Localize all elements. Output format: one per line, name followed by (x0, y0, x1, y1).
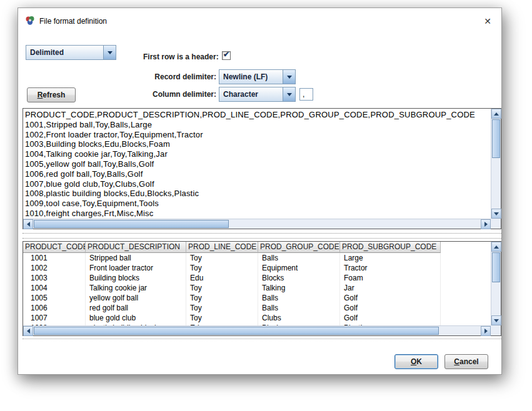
table-cell: 1006 (23, 303, 86, 313)
table-cell: Balls (258, 253, 340, 263)
raw-line: 1004,Talking cookie jar,Toy,Talking,Jar (25, 149, 491, 159)
table-vscroll-thumb[interactable] (492, 252, 500, 282)
scroll-down-icon[interactable] (491, 209, 501, 219)
chevron-down-icon[interactable] (103, 46, 116, 59)
table-row[interactable]: 1001Stripped ballToyBallsLarge (23, 253, 491, 263)
table-cell: Balls (258, 293, 340, 303)
column-header[interactable]: PROD_GROUP_CODE (258, 242, 340, 253)
column-delimiter-combo[interactable]: Character (219, 87, 296, 102)
ok-button-label: OK (411, 357, 422, 366)
ok-button[interactable]: OK (394, 354, 438, 369)
table-row[interactable]: 1002Front loader tractorToyEquipmentTrac… (23, 263, 491, 273)
table-cell: Toy (186, 303, 258, 313)
window-title: File format definition (39, 17, 107, 26)
split-divider[interactable] (23, 233, 501, 239)
table-cell: Toy (186, 253, 258, 263)
table-cell: Large (340, 253, 441, 263)
dialog-content: Delimited First row is a header: ✔ Recor… (18, 33, 501, 374)
raw-horizontal-scrollbar[interactable] (23, 219, 491, 229)
table-cell: 1001 (23, 253, 86, 263)
table-cell: 1007 (23, 313, 86, 323)
raw-preview-panel: PRODUCT_CODE,PRODUCT_DESCRIPTION,PROD_LI… (23, 108, 501, 229)
table-cell: yellow golf ball (86, 293, 186, 303)
table-cell: Toy (186, 283, 258, 293)
table-cell: Talking cookie jar (86, 283, 186, 293)
scroll-right-icon[interactable] (481, 326, 491, 336)
table-cell: Stripped ball (86, 253, 186, 263)
table-cell: 1005 (23, 293, 86, 303)
first-row-header-label: First row is a header: (143, 52, 219, 62)
table-header-row: PRODUCT_CODEPRODUCT_DESCRIPTIONPROD_LINE… (23, 242, 491, 253)
table-cell: Equipment (258, 263, 340, 273)
close-icon[interactable]: ✕ (481, 15, 494, 27)
column-header[interactable]: PROD_LINE_CODE (186, 242, 258, 253)
table-row[interactable]: 1006red golf ballToyBallsGolf (23, 303, 491, 313)
cancel-button-label: Cancel (454, 357, 478, 366)
table-cell: Golf (340, 313, 441, 323)
raw-vertical-scrollbar[interactable] (491, 109, 501, 219)
scroll-up-icon[interactable] (491, 242, 501, 252)
table-body: 1001Stripped ballToyBallsLarge1002Front … (23, 253, 491, 325)
raw-vscroll-thumb[interactable] (492, 119, 500, 158)
table-row[interactable]: 1005yellow golf ballToyBallsGolf (23, 293, 491, 303)
format-type-value: Delimited (26, 46, 103, 59)
table-cell: Balls (258, 303, 340, 313)
column-delimiter-label: Column delimiter: (106, 89, 216, 99)
table-cell: Golf (340, 303, 441, 313)
raw-line: 1009,tool case,Toy,Equipment,Tools (25, 199, 491, 209)
table-cell: Tractor (340, 263, 441, 273)
raw-line: 1007,blue gold club,Toy,Clubs,Golf (25, 179, 491, 189)
record-delimiter-label: Record delimiter: (106, 72, 216, 82)
format-type-combo[interactable]: Delimited (26, 45, 116, 60)
column-header[interactable]: PRODUCT_DESCRIPTION (86, 242, 186, 253)
cancel-button[interactable]: Cancel (444, 354, 488, 369)
table-cell: Edu (186, 273, 258, 283)
raw-hscroll-thumb[interactable] (34, 220, 229, 228)
table-cell: Clubs (258, 313, 340, 323)
record-delimiter-combo[interactable]: Newline (LF) (219, 69, 296, 84)
scroll-up-icon[interactable] (491, 109, 501, 119)
scroll-right-icon[interactable] (481, 219, 491, 229)
table-cell: 1004 (23, 283, 86, 293)
scroll-left-icon[interactable] (23, 326, 33, 336)
scroll-left-icon[interactable] (23, 219, 33, 229)
column-delimiter-value: Character (219, 87, 283, 101)
check-icon: ✔ (223, 50, 229, 59)
table-cell: blue gold club (86, 313, 186, 323)
column-header[interactable]: PROD_SUBGROUP_CODE (340, 242, 441, 253)
table-cell: Talking (258, 283, 340, 293)
table-horizontal-scrollbar[interactable] (23, 325, 491, 335)
raw-line: PRODUCT_CODE,PRODUCT_DESCRIPTION,PROD_LI… (25, 110, 491, 120)
table-preview-panel: PRODUCT_CODEPRODUCT_DESCRIPTIONPROD_LINE… (23, 241, 501, 336)
file-format-definition-dialog: File format definition ✕ Delimited First… (18, 7, 502, 375)
chevron-down-icon[interactable] (283, 87, 295, 101)
column-header[interactable]: PRODUCT_CODE (23, 242, 86, 253)
raw-line: 1008,plastic building blocks,Edu,Blocks,… (25, 189, 491, 199)
table-row[interactable]: 1007blue gold clubToyClubsGolf (23, 313, 491, 323)
raw-line: 1010,freight charges,Frt,Misc,Misc (25, 209, 491, 219)
refresh-button[interactable]: Refresh (27, 87, 76, 102)
table-vertical-scrollbar[interactable] (491, 242, 501, 325)
raw-line: 1006,red golf ball,Toy,Balls,Golf (25, 169, 491, 179)
delimiter-char-field[interactable] (299, 88, 313, 101)
table-cell: 1002 (23, 263, 86, 273)
raw-line: 1001,Stripped ball,Toy,Balls,Large (25, 120, 491, 130)
app-icon (25, 16, 35, 26)
raw-line: 1005,yellow golf ball,Toy,Balls,Golf (25, 159, 491, 169)
scroll-down-icon[interactable] (491, 315, 501, 325)
table-cell: Front loader tractor (86, 263, 186, 273)
first-row-header-checkbox[interactable]: ✔ (222, 51, 231, 60)
table-hscroll-thumb[interactable] (34, 327, 439, 335)
raw-preview-text[interactable]: PRODUCT_CODE,PRODUCT_DESCRIPTION,PROD_LI… (23, 109, 491, 219)
table-cell: Toy (186, 293, 258, 303)
raw-line: 1003,Building blocks,Edu,Blocks,Foam (25, 139, 491, 149)
table-row[interactable]: 1004Talking cookie jarToyTalkingJar (23, 283, 491, 293)
table-cell: Toy (186, 263, 258, 273)
table-cell: Blocks (258, 273, 340, 283)
table-row[interactable]: 1003Building blocksEduBlocksFoam (23, 273, 491, 283)
table-cell: Building blocks (86, 273, 186, 283)
table-cell: Toy (186, 313, 258, 323)
chevron-down-icon[interactable] (283, 70, 295, 84)
table-cell: Foam (340, 273, 441, 283)
table-cell: red golf ball (86, 303, 186, 313)
